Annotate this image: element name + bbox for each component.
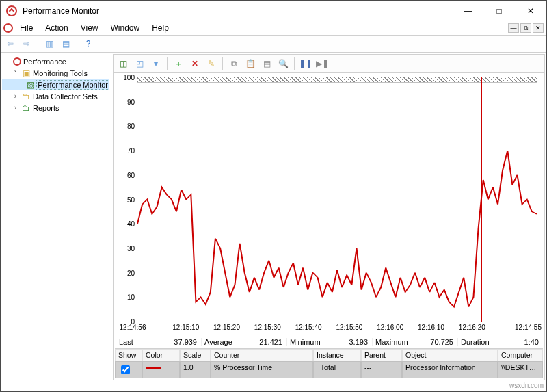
app-icon xyxy=(6,5,17,16)
expander-icon[interactable]: › xyxy=(12,92,19,100)
maximize-button[interactable]: □ xyxy=(483,1,515,21)
cell-computer: \\DESKTOP-2IDTCJG xyxy=(498,361,543,378)
x-axis: 12:14:56 12:15:10 12:15:20 12:15:30 12:1… xyxy=(133,324,542,333)
sidebar: Performance ˅ ▣ Monitoring Tools ▧ Perfo… xyxy=(1,53,111,382)
col-counter[interactable]: Counter xyxy=(211,349,313,361)
cell-counter: % Processor Time xyxy=(211,361,313,378)
paste-icon[interactable]: 📋 xyxy=(243,57,257,70)
ytick: 70 xyxy=(118,147,135,155)
xtick: 12:15:40 xyxy=(295,324,322,331)
stat-max-value: 70.725 xyxy=(411,338,453,346)
color-swatch xyxy=(146,367,161,369)
zoom-icon[interactable]: 🔍 xyxy=(276,57,290,70)
chart-area: 0 10 20 30 40 50 60 70 80 90 100 xyxy=(114,73,544,335)
show-checkbox[interactable] xyxy=(121,365,130,374)
menu-help[interactable]: Help xyxy=(146,22,174,34)
stat-dur-value: 1:40 xyxy=(492,338,539,346)
tree-reports[interactable]: › 🗀 Reports xyxy=(2,102,109,114)
folder-icon: ▣ xyxy=(21,68,31,78)
freeze-display-icon[interactable]: ❚❚ xyxy=(299,57,312,70)
time-cursor xyxy=(481,77,482,322)
performance-icon xyxy=(13,57,21,66)
pane-toolbar: ◫ ◰ ▾ ＋ ✕ ✎ ⧉ 📋 ▤ 🔍 ❚❚ ▶❚ xyxy=(114,55,544,73)
tree-root-performance[interactable]: Performance xyxy=(2,55,109,67)
copy-icon[interactable]: ⧉ xyxy=(227,57,241,70)
titlebar: Performance Monitor ― □ ✕ xyxy=(1,1,546,21)
ytick: 50 xyxy=(118,196,135,203)
menu-window[interactable]: Window xyxy=(105,22,146,34)
mdi-close-button[interactable]: ✕ xyxy=(533,23,544,33)
xtick: 12:15:20 xyxy=(213,324,240,331)
stat-avg-label: Average xyxy=(204,338,232,346)
chart-box[interactable]: 0 10 20 30 40 50 60 70 80 90 100 xyxy=(137,77,537,322)
delete-counter-icon[interactable]: ✕ xyxy=(188,57,202,70)
stat-min-label: Minimum xyxy=(290,338,321,346)
show-hide-tree-icon[interactable]: ▥ xyxy=(42,37,56,51)
help-icon[interactable]: ? xyxy=(81,37,95,51)
ytick: 60 xyxy=(118,171,135,179)
stat-last-label: Last xyxy=(119,338,133,346)
col-parent[interactable]: Parent xyxy=(361,349,402,361)
tree-performance-monitor[interactable]: ▧ Performance Monitor xyxy=(2,79,109,90)
view-current-activity-icon[interactable]: ◫ xyxy=(116,57,130,70)
col-instance[interactable]: Instance xyxy=(313,349,361,361)
expander-icon[interactable]: › xyxy=(12,104,19,112)
forward-icon[interactable]: ⇨ xyxy=(20,37,34,51)
cell-object: Processor Information xyxy=(402,361,498,378)
xtick: 12:15:10 xyxy=(172,324,199,331)
highlight-icon[interactable]: ✎ xyxy=(204,57,218,70)
add-counter-icon[interactable]: ＋ xyxy=(172,57,185,70)
back-icon[interactable]: ⇦ xyxy=(3,37,17,51)
menubar: File Action View Window Help ― ⧉ ✕ xyxy=(1,21,546,35)
table-row[interactable]: 1.0 % Processor Time _Total --- Processo… xyxy=(115,361,543,378)
right-pane: ◫ ◰ ▾ ＋ ✕ ✎ ⧉ 📋 ▤ 🔍 ❚❚ ▶❚ xyxy=(113,54,545,380)
xtick: 12:15:50 xyxy=(336,324,362,331)
main-toolbar: ⇦ ⇨ ▥ ▤ ? xyxy=(1,35,546,53)
ytick: 90 xyxy=(118,98,135,105)
table-header: Show Color Scale Counter Instance Parent… xyxy=(115,349,543,361)
mdi-minimize-button[interactable]: ― xyxy=(508,23,519,33)
minimize-button[interactable]: ― xyxy=(452,1,483,21)
footer: wsxdn.com xyxy=(1,382,546,391)
ytick: 30 xyxy=(118,244,135,252)
update-data-icon[interactable]: ▶❚ xyxy=(315,57,329,70)
app-icon-small xyxy=(3,23,13,33)
menu-view[interactable]: View xyxy=(75,22,104,34)
xtick: 12:16:10 xyxy=(418,324,444,331)
col-color[interactable]: Color xyxy=(142,349,180,361)
xtick: 12:14:55 xyxy=(515,324,542,331)
view-log-data-icon[interactable]: ◰ xyxy=(133,57,146,70)
menu-action[interactable]: Action xyxy=(40,22,73,34)
folder-icon: 🗀 xyxy=(21,92,31,101)
reports-icon: 🗀 xyxy=(21,103,31,113)
ytick: 40 xyxy=(118,220,135,228)
app-window: Performance Monitor ― □ ✕ File Action Vi… xyxy=(0,0,547,392)
mdi-restore-button[interactable]: ⧉ xyxy=(520,23,531,33)
close-button[interactable]: ✕ xyxy=(515,1,546,21)
properties-icon[interactable]: ▤ xyxy=(260,57,274,70)
col-computer[interactable]: Computer xyxy=(498,349,543,361)
expander-icon[interactable]: ˅ xyxy=(12,69,19,77)
stat-dur-label: Duration xyxy=(461,338,490,346)
change-graph-type-icon[interactable]: ▾ xyxy=(149,57,163,70)
ytick: 80 xyxy=(118,122,135,130)
line-plot xyxy=(137,77,537,322)
cell-parent: --- xyxy=(361,361,402,378)
col-scale[interactable]: Scale xyxy=(180,349,211,361)
cell-instance: _Total xyxy=(313,361,361,378)
menu-file[interactable]: File xyxy=(14,22,38,34)
cell-color xyxy=(142,361,180,378)
ytick: 100 xyxy=(118,74,135,81)
col-object[interactable]: Object xyxy=(402,349,498,361)
col-show[interactable]: Show xyxy=(115,349,142,361)
xtick: 12:16:00 xyxy=(377,324,403,331)
tree-data-collector-sets[interactable]: › 🗀 Data Collector Sets xyxy=(2,90,109,102)
stat-avg-value: 21.421 xyxy=(235,338,282,346)
counter-table: Show Color Scale Counter Instance Parent… xyxy=(115,348,543,378)
properties-icon[interactable]: ▤ xyxy=(59,37,72,51)
ytick: 10 xyxy=(118,293,135,301)
xtick: 12:16:20 xyxy=(459,324,485,331)
cell-show[interactable] xyxy=(115,361,142,378)
xtick: 12:14:56 xyxy=(120,324,146,331)
tree-monitoring-tools[interactable]: ˅ ▣ Monitoring Tools xyxy=(2,67,109,79)
